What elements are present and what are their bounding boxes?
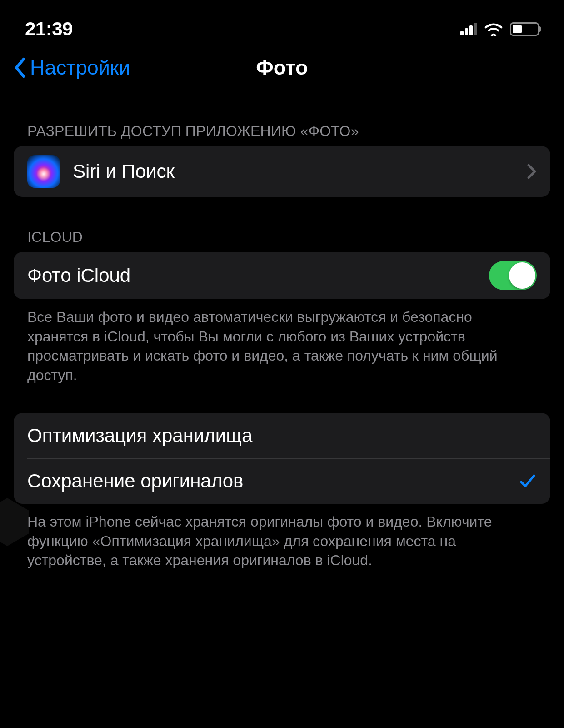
icloud-photos-toggle[interactable] [489, 261, 537, 290]
battery-icon [510, 22, 539, 36]
checkmark-icon [519, 472, 537, 490]
icloud-photos-label: Фото iCloud [27, 265, 489, 286]
optimize-storage-label: Оптимизация хранилища [27, 425, 537, 447]
status-icons [460, 22, 539, 36]
download-originals-label: Сохранение оригиналов [27, 470, 519, 492]
section-header-icloud: ICLOUD [0, 197, 564, 252]
icloud-photos-row: Фото iCloud [14, 252, 550, 299]
cell-group-icloud: Фото iCloud [14, 252, 550, 299]
section-header-access: РАЗРЕШИТЬ ДОСТУП ПРИЛОЖЕНИЮ «ФОТО» [0, 91, 564, 146]
siri-icon [27, 155, 60, 188]
siri-search-row[interactable]: Siri и Поиск [14, 146, 550, 197]
chevron-left-icon [14, 57, 26, 78]
wifi-icon [484, 22, 504, 36]
icloud-footer: Все Ваши фото и видео автоматически выгр… [0, 299, 564, 385]
storage-footer: На этом iPhone сейчас хранятся оригиналы… [0, 504, 564, 570]
back-button[interactable]: Настройки [14, 56, 130, 80]
nav-header: Настройки Фото [0, 41, 564, 91]
cell-group-storage: Оптимизация хранилища Сохранение оригина… [14, 413, 550, 504]
chevron-right-icon [527, 163, 537, 180]
optimize-storage-row[interactable]: Оптимизация хранилища [14, 413, 550, 458]
cellular-icon [460, 23, 477, 35]
download-originals-row[interactable]: Сохранение оригиналов [14, 458, 550, 504]
status-time: 21:39 [25, 18, 73, 40]
status-bar: 21:39 [0, 0, 564, 41]
siri-search-label: Siri и Поиск [73, 161, 527, 182]
cell-group-access: Siri и Поиск [14, 146, 550, 197]
back-label: Настройки [30, 56, 130, 80]
